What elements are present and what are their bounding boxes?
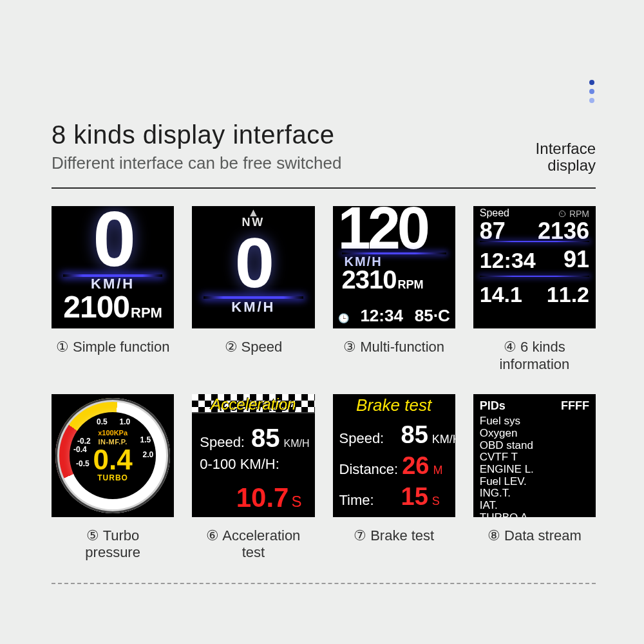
caption-2: ② Speed <box>192 339 314 375</box>
caption-8: ⑧ Data stream <box>473 527 596 564</box>
list-item: Oxygen <box>480 428 589 440</box>
speed-unit: KM/H <box>192 299 314 316</box>
time-label: Time: <box>339 492 397 509</box>
rpm-value: 2310 <box>342 265 397 294</box>
caption-4: ④ 6 kinds information <box>473 339 596 375</box>
list-item: ING.T. <box>480 488 589 500</box>
temperature-value: 85 <box>415 306 433 325</box>
tick: -0.4 <box>73 445 87 454</box>
distance-label: Distance: <box>339 461 399 478</box>
time-unit: S <box>291 493 301 511</box>
rpm-value: 2100 <box>63 289 129 325</box>
screen-speed: ▲ NW 0 KM/H <box>192 206 314 328</box>
tile-multi-function: 120 KM/H 2310 RPM 🕒 12:34 85·C ③ Multi-f… <box>333 206 455 375</box>
tick: -0.2 <box>77 437 91 446</box>
tick: 1.5 <box>140 435 151 444</box>
voltage-value: 14.1 <box>480 282 522 307</box>
more-vertical-icon <box>589 76 594 107</box>
gauge-unit: x100KPa <box>98 429 128 437</box>
tile-speed: ▲ NW 0 KM/H ② Speed <box>192 206 314 375</box>
time-value: 15 <box>401 483 428 511</box>
tick: -0.5 <box>76 459 90 468</box>
tile-data-stream: PIDs FFFF Fuel sys Oxygen OBD stand CVTF… <box>473 394 596 563</box>
tick: 2.0 <box>143 450 154 459</box>
header: 8 kinds display interface Different inte… <box>52 90 596 189</box>
fuel-value: 11.2 <box>547 282 589 307</box>
coolant-value: 91 <box>564 246 589 273</box>
tile-grid: 0 KM/H 2100 RPM ① Simple function ▲ NW 0… <box>52 206 596 564</box>
list-item: TURBO A <box>480 512 589 517</box>
list-item: CVTF T <box>480 451 589 464</box>
screen-data-stream: PIDs FFFF Fuel sys Oxygen OBD stand CVTF… <box>473 394 596 516</box>
screen-6kinds: Speed ⏲ RPM 87 2136 12:34 91 14.1 11.2 <box>473 206 596 328</box>
caption-6: ⑥ Acceleration test <box>192 527 314 564</box>
speed-unit: KM/H <box>283 438 309 450</box>
rpm-unit: RPM <box>131 305 162 321</box>
banner-title: Brake test <box>333 395 455 415</box>
screen-acceleration: Acceleration Speed: 85 KM/H 0-100 KM/H: … <box>192 394 314 516</box>
rpm-unit: RPM <box>397 278 423 292</box>
speed-value: 0 <box>52 206 174 283</box>
distance-unit: M <box>433 464 443 477</box>
time-unit: S <box>432 495 440 508</box>
time-value: 10.7 <box>236 482 289 513</box>
temperature-unit: ·C <box>433 306 450 325</box>
page-title: 8 kinds display interface <box>52 120 341 149</box>
glow-divider <box>480 276 589 277</box>
speed-label: Speed: <box>339 430 397 447</box>
caption-7: ⑦ Brake test <box>333 527 455 564</box>
speed-unit: KM/H <box>432 433 455 446</box>
list-item: IAT. <box>480 500 589 512</box>
clock-icon: 🕒 <box>338 313 349 323</box>
side-label: Interface display <box>536 90 596 173</box>
gauge-face: x100KPa IN-MF.P. 0.4 TURBO -0.5 -0.4 -0.… <box>70 412 156 498</box>
caption-3: ③ Multi-function <box>333 339 455 375</box>
gauge-value: 0.4 <box>93 448 133 471</box>
tile-brake-test: Brake test Speed: 85 KM/H Distance: 26 M… <box>333 394 455 563</box>
tick: 0.5 <box>97 417 108 426</box>
caption-5: ⑤ Turbo pressure <box>52 527 174 564</box>
dashed-divider <box>52 583 596 584</box>
screen-multi: 120 KM/H 2310 RPM 🕒 12:34 85·C <box>333 206 455 328</box>
tile-acceleration: Acceleration Speed: 85 KM/H 0-100 KM/H: … <box>192 394 314 563</box>
metric-label: 0-100 KM/H: <box>200 456 307 473</box>
glow-divider <box>480 241 589 242</box>
list-item: ENGINE L. <box>480 464 589 476</box>
clock-value: 12:34 <box>360 306 403 326</box>
banner-title: Acceleration <box>192 395 314 413</box>
tile-turbo: x100KPa IN-MF.P. 0.4 TURBO -0.5 -0.4 -0.… <box>52 394 174 563</box>
list-item: OBD stand <box>480 440 589 452</box>
page-subtitle: Different interface can be free switched <box>52 153 341 173</box>
list-item: Fuel LEV. <box>480 476 589 488</box>
screen-turbo: x100KPa IN-MF.P. 0.4 TURBO -0.5 -0.4 -0.… <box>52 394 174 516</box>
speed-value: 85 <box>251 424 280 453</box>
gauge-label: TURBO <box>97 473 128 482</box>
tile-simple-function: 0 KM/H 2100 RPM ① Simple function <box>52 206 174 375</box>
tile-6kinds: Speed ⏲ RPM 87 2136 12:34 91 14.1 11.2 ④… <box>473 206 596 375</box>
speed-label: Speed: <box>200 434 245 451</box>
pids-label: PIDs <box>480 399 506 413</box>
speed-value: 0 <box>192 222 314 303</box>
screen-simple: 0 KM/H 2100 RPM <box>52 206 174 328</box>
distance-value: 26 <box>402 452 429 480</box>
header-divider <box>52 187 596 189</box>
tick: 1.0 <box>120 417 131 426</box>
pids-value: FFFF <box>561 399 589 413</box>
screen-brake: Brake test Speed: 85 KM/H Distance: 26 M… <box>333 394 455 516</box>
clock-value: 12:34 <box>480 248 536 273</box>
list-item: Fuel sys <box>480 415 589 428</box>
caption-1: ① Simple function <box>52 339 174 375</box>
speed-value: 85 <box>401 421 428 449</box>
